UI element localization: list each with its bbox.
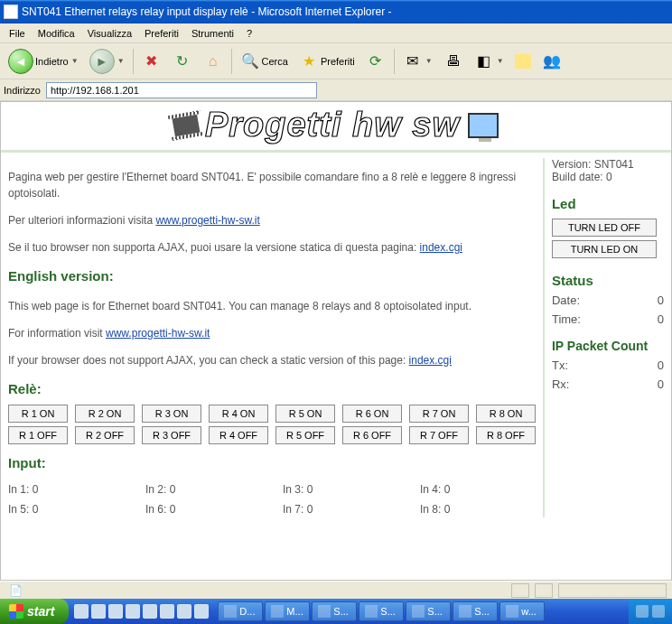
address-input[interactable]	[46, 82, 317, 98]
r7-off-button[interactable]: R 7 OFF	[409, 426, 469, 444]
r2-on-button[interactable]: R 2 ON	[75, 405, 135, 423]
divider	[394, 49, 395, 74]
version-text: Version: SNT041	[552, 158, 664, 171]
task-button[interactable]: D...	[218, 601, 263, 621]
task-button[interactable]: M...	[265, 601, 310, 621]
favorites-button[interactable]: ★Preferiti	[294, 49, 359, 74]
index-link-en[interactable]: index.cgi	[409, 354, 452, 367]
r3-off-button[interactable]: R 3 OFF	[142, 426, 201, 444]
start-button[interactable]: start	[0, 599, 69, 624]
tx-value: 0	[658, 359, 664, 372]
ql-app-icon[interactable]	[194, 604, 209, 619]
led-heading: Led	[552, 196, 664, 211]
time-value: 0	[658, 312, 664, 326]
rele-heading: Relè:	[8, 379, 536, 400]
r5-off-button[interactable]: R 5 OFF	[275, 426, 335, 444]
chevron-down-icon: ▼	[425, 57, 433, 65]
forward-icon: ►	[89, 49, 115, 74]
task-button[interactable]: S...	[406, 601, 451, 621]
ql-app-icon[interactable]	[143, 604, 157, 619]
menu-file[interactable]: File	[4, 26, 31, 41]
r7-on-button[interactable]: R 7 ON	[409, 405, 469, 423]
taskbar: start D... M... S... S... S... S... w...	[0, 599, 672, 624]
edit-button[interactable]: ◧▼	[470, 49, 509, 74]
mail-button[interactable]: ✉▼	[398, 49, 437, 74]
site-link[interactable]: www.progetti-hw-sw.it	[155, 214, 259, 227]
menu-edit[interactable]: Modifica	[33, 26, 80, 41]
r8-off-button[interactable]: R 8 OFF	[476, 426, 536, 444]
index-link[interactable]: index.cgi	[420, 241, 462, 254]
r2-off-button[interactable]: R 2 OFF	[75, 426, 135, 444]
site-link-en[interactable]: www.progetti-hw-sw.it	[106, 327, 210, 340]
r4-off-button[interactable]: R 4 OFF	[209, 426, 268, 444]
task-button[interactable]: S...	[359, 601, 404, 621]
r1-off-button[interactable]: R 1 OFF	[8, 426, 68, 444]
discuss-button[interactable]	[510, 51, 536, 71]
browser-statusbar: 📄	[0, 581, 672, 599]
time-label: Time:	[552, 312, 581, 326]
ql-app-icon[interactable]	[160, 604, 174, 619]
ql-app-icon[interactable]	[108, 604, 123, 619]
build-text: Build date: 0	[552, 171, 664, 183]
app-icon	[459, 605, 471, 618]
tray-icon[interactable]	[636, 605, 649, 618]
monitor-icon	[468, 113, 499, 138]
search-button[interactable]: 🔍Cerca	[236, 49, 293, 74]
tray-icon[interactable]	[652, 605, 665, 618]
stop-icon: ✖	[142, 51, 162, 71]
mail-icon: ✉	[403, 51, 423, 71]
ql-app-icon[interactable]	[126, 604, 140, 619]
ql-desktop-icon[interactable]	[91, 604, 106, 619]
system-tray[interactable]	[629, 599, 672, 624]
note-icon	[515, 54, 531, 69]
r5-on-button[interactable]: R 5 ON	[275, 405, 335, 423]
led-off-button[interactable]: TURN LED OFF	[552, 219, 657, 237]
chip-icon	[172, 114, 200, 136]
menu-view[interactable]: Visualizza	[82, 26, 137, 41]
windows-icon	[9, 604, 23, 619]
star-icon: ★	[299, 51, 319, 71]
led-on-button[interactable]: TURN LED ON	[552, 240, 657, 258]
divider	[1, 150, 671, 153]
status-cell	[511, 583, 529, 598]
people-icon: 👥	[542, 51, 562, 71]
print-button[interactable]: 🖶	[439, 49, 468, 74]
back-button[interactable]: ◄ Indietro ▼	[4, 46, 83, 77]
r6-off-button[interactable]: R 6 OFF	[342, 426, 402, 444]
history-button[interactable]: ⟳	[361, 49, 390, 74]
back-label: Indietro	[35, 56, 69, 67]
stop-button[interactable]: ✖	[137, 49, 166, 74]
ip-heading: IP Packet Count	[552, 339, 664, 353]
menu-tools[interactable]: Strumenti	[186, 26, 239, 41]
home-button[interactable]: ⌂	[199, 49, 228, 74]
rele-off-row: R 1 OFF R 2 OFF R 3 OFF R 4 OFF R 5 OFF …	[8, 426, 536, 444]
intro-en: This web page is for Ethernet board SNT0…	[8, 298, 536, 314]
task-button[interactable]: S...	[453, 601, 498, 621]
english-heading: English version:	[8, 266, 536, 287]
ql-ie-icon[interactable]	[74, 604, 89, 619]
history-icon: ⟳	[366, 51, 386, 71]
r8-on-button[interactable]: R 8 ON	[476, 405, 536, 423]
inputs-grid: In 1: 0 In 2: 0 In 3: 0 In 4: 0 In 5: 0 …	[8, 481, 536, 517]
refresh-button[interactable]: ↻	[168, 49, 197, 74]
r1-on-button[interactable]: R 1 ON	[8, 405, 68, 423]
banner: Progetti hw sw	[1, 102, 671, 144]
menu-favorites[interactable]: Preferiti	[139, 26, 184, 41]
menu-help[interactable]: ?	[241, 26, 257, 41]
messenger-button[interactable]: 👥	[537, 49, 566, 74]
start-label: start	[27, 604, 54, 619]
back-icon: ◄	[8, 49, 33, 74]
ajax-en: If your browser does not support AJAX, y…	[8, 352, 536, 368]
r3-on-button[interactable]: R 3 ON	[142, 405, 201, 423]
rele-on-row: R 1 ON R 2 ON R 3 ON R 4 ON R 5 ON R 6 O…	[8, 405, 536, 423]
r4-on-button[interactable]: R 4 ON	[209, 405, 268, 423]
page-content: Progetti hw sw Pagina web per gestire l'…	[0, 101, 672, 581]
main-column: Pagina web per gestire l'Ethernet board …	[8, 158, 536, 517]
forward-button[interactable]: ► ▼	[85, 46, 129, 77]
task-button[interactable]: w...	[499, 601, 545, 621]
visit-en: For information visit www.progetti-hw-sw…	[8, 325, 536, 341]
window-title: SNT041 Ethernet relays relay input displ…	[22, 5, 392, 18]
ql-app-icon[interactable]	[177, 604, 191, 619]
task-button[interactable]: S...	[312, 601, 357, 621]
r6-on-button[interactable]: R 6 ON	[342, 405, 402, 423]
